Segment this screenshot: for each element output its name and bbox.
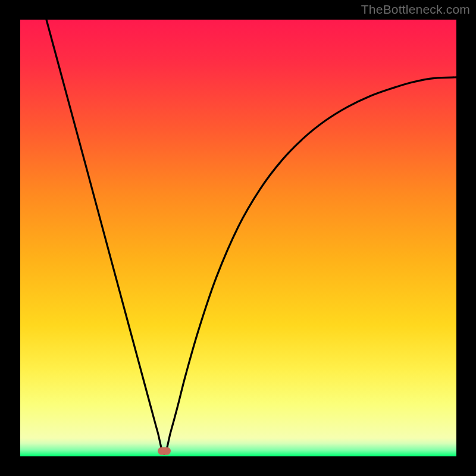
plot-area: [20, 20, 456, 456]
bottleneck-curve: [20, 20, 456, 456]
optimum-marker: [158, 447, 171, 455]
chart-frame: TheBottleneck.com: [0, 0, 476, 476]
watermark-label: TheBottleneck.com: [361, 2, 470, 17]
